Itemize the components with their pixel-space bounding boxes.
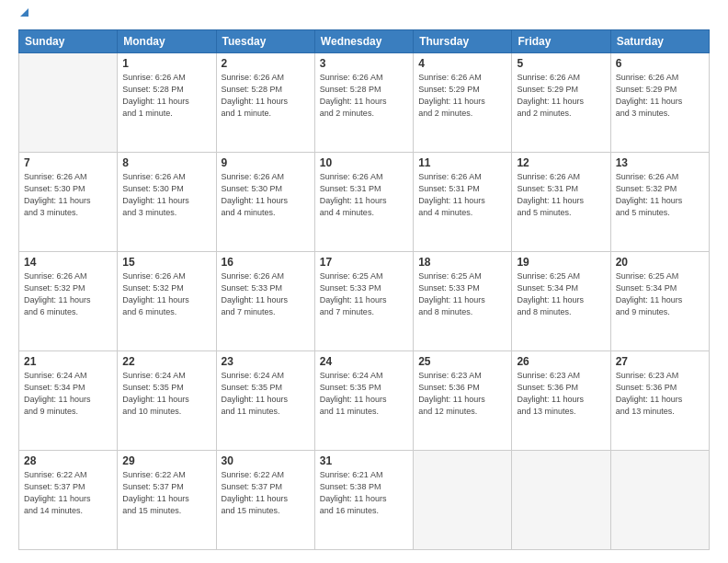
calendar-cell: 31Sunrise: 6:21 AM Sunset: 5:38 PM Dayli… <box>314 451 413 550</box>
calendar-cell: 24Sunrise: 6:24 AM Sunset: 5:35 PM Dayli… <box>314 351 413 451</box>
day-info: Sunrise: 6:26 AM Sunset: 5:28 PM Dayligh… <box>222 72 310 120</box>
day-info: Sunrise: 6:26 AM Sunset: 5:30 PM Dayligh… <box>222 171 310 219</box>
calendar-cell: 27Sunrise: 6:23 AM Sunset: 5:36 PM Dayli… <box>610 351 709 451</box>
day-number: 4 <box>418 57 506 70</box>
day-number: 18 <box>418 256 506 269</box>
day-info: Sunrise: 6:22 AM Sunset: 5:37 PM Dayligh… <box>24 469 112 517</box>
calendar-cell: 21Sunrise: 6:24 AM Sunset: 5:34 PM Dayli… <box>19 351 118 451</box>
calendar-week-4: 21Sunrise: 6:24 AM Sunset: 5:34 PM Dayli… <box>19 351 710 451</box>
calendar-cell: 17Sunrise: 6:25 AM Sunset: 5:33 PM Dayli… <box>314 252 413 351</box>
calendar-week-5: 28Sunrise: 6:22 AM Sunset: 5:37 PM Dayli… <box>19 451 710 550</box>
day-number: 12 <box>517 156 605 169</box>
calendar-cell: 13Sunrise: 6:26 AM Sunset: 5:32 PM Dayli… <box>610 153 709 252</box>
calendar-header-monday: Monday <box>118 30 216 53</box>
day-info: Sunrise: 6:22 AM Sunset: 5:37 PM Dayligh… <box>122 469 210 517</box>
calendar-header-thursday: Thursday <box>414 30 512 53</box>
calendar-cell: 6Sunrise: 6:26 AM Sunset: 5:29 PM Daylig… <box>610 53 709 153</box>
day-info: Sunrise: 6:25 AM Sunset: 5:34 PM Dayligh… <box>517 270 605 318</box>
calendar-cell: 2Sunrise: 6:26 AM Sunset: 5:28 PM Daylig… <box>216 53 314 153</box>
calendar-cell: 7Sunrise: 6:26 AM Sunset: 5:30 PM Daylig… <box>19 153 118 252</box>
day-info: Sunrise: 6:26 AM Sunset: 5:30 PM Dayligh… <box>24 171 112 219</box>
day-info: Sunrise: 6:25 AM Sunset: 5:34 PM Dayligh… <box>616 270 704 318</box>
calendar-table: SundayMondayTuesdayWednesdayThursdayFrid… <box>18 29 710 550</box>
day-number: 26 <box>517 355 605 368</box>
day-number: 8 <box>122 156 210 169</box>
calendar-cell: 5Sunrise: 6:26 AM Sunset: 5:29 PM Daylig… <box>512 53 610 153</box>
calendar-header-tuesday: Tuesday <box>216 30 314 53</box>
calendar-header-sunday: Sunday <box>19 30 118 53</box>
day-info: Sunrise: 6:26 AM Sunset: 5:31 PM Dayligh… <box>517 171 605 219</box>
calendar-header-wednesday: Wednesday <box>314 30 413 53</box>
day-number: 10 <box>320 156 408 169</box>
day-number: 1 <box>122 57 210 70</box>
calendar-week-3: 14Sunrise: 6:26 AM Sunset: 5:32 PM Dayli… <box>19 252 710 351</box>
page: SundayMondayTuesdayWednesdayThursdayFrid… <box>0 0 728 563</box>
calendar-cell: 4Sunrise: 6:26 AM Sunset: 5:29 PM Daylig… <box>414 53 512 153</box>
calendar-cell: 23Sunrise: 6:24 AM Sunset: 5:35 PM Dayli… <box>216 351 314 451</box>
day-number: 30 <box>222 454 310 467</box>
calendar-cell <box>512 451 610 550</box>
day-number: 21 <box>24 355 112 368</box>
calendar-header-friday: Friday <box>512 30 610 53</box>
day-info: Sunrise: 6:26 AM Sunset: 5:28 PM Dayligh… <box>320 72 408 120</box>
day-number: 14 <box>24 256 112 269</box>
day-number: 16 <box>222 256 310 269</box>
day-number: 27 <box>616 355 704 368</box>
calendar-header-saturday: Saturday <box>610 30 709 53</box>
day-number: 23 <box>222 355 310 368</box>
day-info: Sunrise: 6:26 AM Sunset: 5:28 PM Dayligh… <box>122 72 210 120</box>
day-number: 31 <box>320 454 408 467</box>
day-info: Sunrise: 6:22 AM Sunset: 5:37 PM Dayligh… <box>222 469 310 517</box>
calendar-cell: 26Sunrise: 6:23 AM Sunset: 5:36 PM Dayli… <box>512 351 610 451</box>
calendar-cell: 29Sunrise: 6:22 AM Sunset: 5:37 PM Dayli… <box>118 451 216 550</box>
day-info: Sunrise: 6:23 AM Sunset: 5:36 PM Dayligh… <box>517 370 605 418</box>
day-info: Sunrise: 6:26 AM Sunset: 5:31 PM Dayligh… <box>320 171 408 219</box>
calendar-cell: 16Sunrise: 6:26 AM Sunset: 5:33 PM Dayli… <box>216 252 314 351</box>
day-number: 5 <box>517 57 605 70</box>
calendar-cell: 22Sunrise: 6:24 AM Sunset: 5:35 PM Dayli… <box>118 351 216 451</box>
day-info: Sunrise: 6:26 AM Sunset: 5:31 PM Dayligh… <box>418 171 506 219</box>
calendar-cell: 15Sunrise: 6:26 AM Sunset: 5:32 PM Dayli… <box>118 252 216 351</box>
day-number: 25 <box>418 355 506 368</box>
calendar-cell: 18Sunrise: 6:25 AM Sunset: 5:33 PM Dayli… <box>414 252 512 351</box>
day-info: Sunrise: 6:26 AM Sunset: 5:29 PM Dayligh… <box>418 72 506 120</box>
day-number: 22 <box>122 355 210 368</box>
day-info: Sunrise: 6:26 AM Sunset: 5:30 PM Dayligh… <box>122 171 210 219</box>
day-number: 7 <box>24 156 112 169</box>
calendar-cell: 12Sunrise: 6:26 AM Sunset: 5:31 PM Dayli… <box>512 153 610 252</box>
day-info: Sunrise: 6:26 AM Sunset: 5:29 PM Dayligh… <box>616 72 704 120</box>
day-number: 2 <box>222 57 310 70</box>
day-info: Sunrise: 6:24 AM Sunset: 5:35 PM Dayligh… <box>320 370 408 418</box>
calendar-cell: 14Sunrise: 6:26 AM Sunset: 5:32 PM Dayli… <box>19 252 118 351</box>
logo <box>18 17 28 20</box>
calendar-cell: 9Sunrise: 6:26 AM Sunset: 5:30 PM Daylig… <box>216 153 314 252</box>
day-number: 9 <box>222 156 310 169</box>
calendar-header-row: SundayMondayTuesdayWednesdayThursdayFrid… <box>19 30 710 53</box>
calendar-cell: 10Sunrise: 6:26 AM Sunset: 5:31 PM Dayli… <box>314 153 413 252</box>
day-number: 19 <box>517 256 605 269</box>
day-number: 28 <box>24 454 112 467</box>
calendar-cell <box>19 53 118 153</box>
calendar-week-2: 7Sunrise: 6:26 AM Sunset: 5:30 PM Daylig… <box>19 153 710 252</box>
day-info: Sunrise: 6:23 AM Sunset: 5:36 PM Dayligh… <box>616 370 704 418</box>
day-info: Sunrise: 6:21 AM Sunset: 5:38 PM Dayligh… <box>320 469 408 517</box>
day-info: Sunrise: 6:26 AM Sunset: 5:32 PM Dayligh… <box>24 270 112 318</box>
day-info: Sunrise: 6:26 AM Sunset: 5:32 PM Dayligh… <box>616 171 704 219</box>
calendar-cell: 19Sunrise: 6:25 AM Sunset: 5:34 PM Dayli… <box>512 252 610 351</box>
calendar-week-1: 1Sunrise: 6:26 AM Sunset: 5:28 PM Daylig… <box>19 53 710 153</box>
day-number: 13 <box>616 156 704 169</box>
day-info: Sunrise: 6:24 AM Sunset: 5:34 PM Dayligh… <box>24 370 112 418</box>
day-number: 29 <box>122 454 210 467</box>
calendar-cell: 25Sunrise: 6:23 AM Sunset: 5:36 PM Dayli… <box>414 351 512 451</box>
header <box>18 17 710 20</box>
calendar-cell: 20Sunrise: 6:25 AM Sunset: 5:34 PM Dayli… <box>610 252 709 351</box>
calendar-cell <box>414 451 512 550</box>
calendar-cell: 30Sunrise: 6:22 AM Sunset: 5:37 PM Dayli… <box>216 451 314 550</box>
day-info: Sunrise: 6:24 AM Sunset: 5:35 PM Dayligh… <box>222 370 310 418</box>
day-info: Sunrise: 6:25 AM Sunset: 5:33 PM Dayligh… <box>320 270 408 318</box>
day-number: 6 <box>616 57 704 70</box>
day-number: 11 <box>418 156 506 169</box>
day-number: 20 <box>616 256 704 269</box>
day-info: Sunrise: 6:26 AM Sunset: 5:29 PM Dayligh… <box>517 72 605 120</box>
day-info: Sunrise: 6:26 AM Sunset: 5:32 PM Dayligh… <box>122 270 210 318</box>
